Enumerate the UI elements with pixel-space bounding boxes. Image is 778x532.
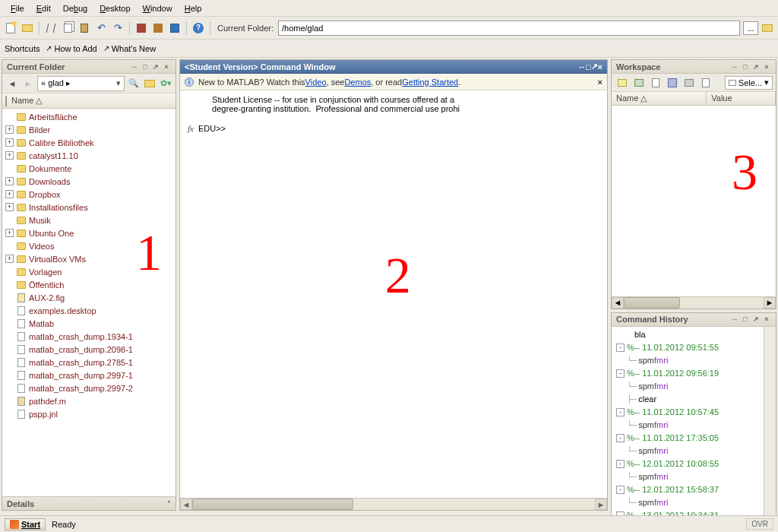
ws-undock-icon[interactable]: ↗ bbox=[751, 62, 761, 71]
go-up-button[interactable] bbox=[760, 21, 775, 36]
help-button[interactable]: ? bbox=[191, 21, 206, 36]
browse-folder-button[interactable]: ... bbox=[743, 21, 758, 35]
details-bar[interactable]: Details ˄ bbox=[2, 496, 176, 510]
menu-window[interactable]: Window bbox=[137, 2, 179, 14]
file-row[interactable]: matlab_crash_dump.2997-1 bbox=[2, 369, 176, 382]
file-row[interactable]: pspp.jnl bbox=[2, 407, 176, 420]
history-row[interactable]: └─spm fmri bbox=[613, 496, 776, 509]
folder-row[interactable]: +Dropbox bbox=[2, 188, 176, 201]
file-row[interactable]: examples.desktop bbox=[2, 304, 176, 317]
ws-print-button[interactable] bbox=[682, 75, 697, 90]
menu-file[interactable]: File bbox=[5, 2, 30, 14]
cf-min-icon[interactable]: □ bbox=[141, 62, 150, 71]
ch-undock-icon[interactable]: ↗ bbox=[751, 315, 761, 324]
simulink-button[interactable] bbox=[134, 21, 149, 36]
hscroll-thumb[interactable] bbox=[192, 499, 353, 510]
copy-button[interactable] bbox=[60, 21, 75, 36]
cf-gear-button[interactable]: ✿▾ bbox=[159, 77, 172, 90]
tree-expand-icon[interactable]: + bbox=[5, 151, 14, 160]
cf-undock-icon[interactable]: ↗ bbox=[151, 62, 160, 71]
paste-button[interactable] bbox=[77, 21, 92, 36]
tree-expand-icon[interactable]: + bbox=[5, 203, 14, 211]
cf-open-button[interactable] bbox=[143, 77, 157, 90]
ws-hscroll-right-icon[interactable]: ► bbox=[764, 297, 776, 309]
redo-button[interactable]: ↷ bbox=[110, 21, 125, 36]
current-folder-input[interactable] bbox=[278, 21, 740, 36]
folder-row[interactable]: +Downloads bbox=[2, 175, 176, 188]
ws-import-button[interactable] bbox=[648, 75, 663, 90]
tree-expand-icon[interactable]: + bbox=[5, 177, 14, 185]
ws-new-var-button[interactable] bbox=[615, 75, 630, 90]
command-hscroll[interactable]: ◄ ► bbox=[180, 498, 607, 510]
menu-edit[interactable]: Edit bbox=[30, 2, 57, 14]
file-row[interactable]: Matlab bbox=[2, 317, 176, 330]
folder-row[interactable]: +Bilder bbox=[2, 123, 176, 136]
guide-button[interactable] bbox=[150, 21, 166, 36]
menu-desktop[interactable]: Desktop bbox=[93, 2, 136, 14]
infobar-close-icon[interactable]: × bbox=[598, 78, 602, 87]
fx-icon[interactable]: fx bbox=[188, 124, 194, 133]
folder-row[interactable]: Dokumente bbox=[2, 162, 176, 175]
file-row[interactable]: matlab_crash_dump.2997-2 bbox=[2, 382, 176, 394]
folder-row[interactable]: +catalyst11.10 bbox=[2, 149, 176, 162]
ws-col-value[interactable]: Value bbox=[707, 92, 776, 105]
tree-expand-icon[interactable]: + bbox=[5, 138, 14, 147]
history-vscroll[interactable] bbox=[764, 327, 776, 524]
cf-column-header[interactable]: Name △ bbox=[2, 93, 176, 109]
tree-collapse-icon[interactable]: - bbox=[616, 408, 625, 416]
workspace-hscroll[interactable]: ◄ ► bbox=[612, 296, 776, 309]
ws-plot-select[interactable]: Sele...▾ bbox=[725, 76, 773, 90]
command-body[interactable]: Student License -- for use in conjunctio… bbox=[180, 90, 607, 498]
getting-started-link[interactable]: Getting Started bbox=[402, 78, 458, 87]
start-button[interactable]: Start bbox=[5, 518, 46, 530]
cw-close-icon[interactable]: × bbox=[598, 62, 602, 71]
whats-new-shortcut[interactable]: ↗What's New bbox=[103, 44, 156, 53]
file-row[interactable]: AUX-2.fig bbox=[2, 291, 176, 304]
history-row[interactable]: └─spm fmri bbox=[613, 419, 776, 432]
tree-collapse-icon[interactable]: - bbox=[616, 434, 625, 442]
tree-collapse-icon[interactable]: - bbox=[616, 460, 625, 468]
history-row[interactable]: ├─clear bbox=[613, 393, 776, 406]
cf-close-icon[interactable]: × bbox=[162, 62, 171, 71]
file-row[interactable]: matlab_crash_dump.2785-1 bbox=[2, 356, 176, 369]
history-row[interactable]: -%-- 11.01.2012 09:51:55 bbox=[613, 341, 776, 354]
cf-fwd-button[interactable]: ► bbox=[21, 77, 35, 90]
open-button[interactable] bbox=[20, 21, 35, 36]
ws-open-var-button[interactable] bbox=[631, 75, 647, 90]
cf-path-box[interactable]: « glad ▸ ▾ bbox=[37, 76, 125, 91]
details-expand-icon[interactable]: ˄ bbox=[167, 500, 171, 508]
tree-expand-icon[interactable]: + bbox=[5, 255, 14, 263]
tree-collapse-icon[interactable]: - bbox=[616, 369, 625, 378]
tree-expand-icon[interactable]: + bbox=[5, 229, 14, 237]
hscroll-right-icon[interactable]: ► bbox=[595, 499, 607, 510]
ws-mid-icon[interactable]: ↔ bbox=[730, 62, 739, 71]
ws-min-icon[interactable]: □ bbox=[741, 62, 750, 71]
folder-row[interactable]: +Calibre Bibliothek bbox=[2, 136, 176, 149]
ws-hscroll-left-icon[interactable]: ◄ bbox=[612, 297, 624, 309]
file-row[interactable]: matlab_crash_dump.2098-1 bbox=[2, 343, 176, 356]
file-row[interactable]: matlab_crash_dump.1934-1 bbox=[2, 330, 176, 343]
ch-close-icon[interactable]: × bbox=[762, 315, 771, 324]
cf-back-button[interactable]: ◄ bbox=[5, 77, 19, 90]
cf-tree[interactable]: Arbeitsfläche+Bilder+Calibre Bibliothek+… bbox=[2, 109, 176, 496]
ws-save-button[interactable] bbox=[665, 75, 680, 90]
tree-expand-icon[interactable]: + bbox=[5, 125, 14, 134]
menu-help[interactable]: Help bbox=[179, 2, 208, 14]
video-link[interactable]: Video bbox=[305, 78, 327, 87]
file-row[interactable]: pathdef.m bbox=[2, 394, 176, 407]
tree-collapse-icon[interactable]: - bbox=[616, 486, 625, 494]
history-row[interactable]: -%-- 12.01.2012 10:08:55 bbox=[613, 458, 776, 470]
undo-button[interactable]: ↶ bbox=[93, 21, 109, 36]
workspace-body[interactable]: 3 bbox=[612, 106, 776, 296]
cf-search-button[interactable]: 🔍 bbox=[127, 77, 141, 90]
tree-collapse-icon[interactable]: - bbox=[616, 344, 625, 352]
ws-close-icon[interactable]: × bbox=[762, 62, 771, 71]
ws-col-name[interactable]: Name △ bbox=[612, 92, 707, 105]
history-row[interactable]: -%-- 11.01.2012 10:57:45 bbox=[613, 406, 776, 419]
demos-link[interactable]: Demos bbox=[344, 78, 371, 87]
ch-min-icon[interactable]: □ bbox=[741, 315, 750, 324]
history-row[interactable]: └─spm fmri bbox=[613, 470, 776, 483]
folder-row[interactable]: +Installationsfiles bbox=[2, 201, 176, 214]
history-row[interactable]: -%-- 11.01.2012 09:56:19 bbox=[613, 367, 776, 380]
profiler-button[interactable] bbox=[167, 21, 182, 36]
